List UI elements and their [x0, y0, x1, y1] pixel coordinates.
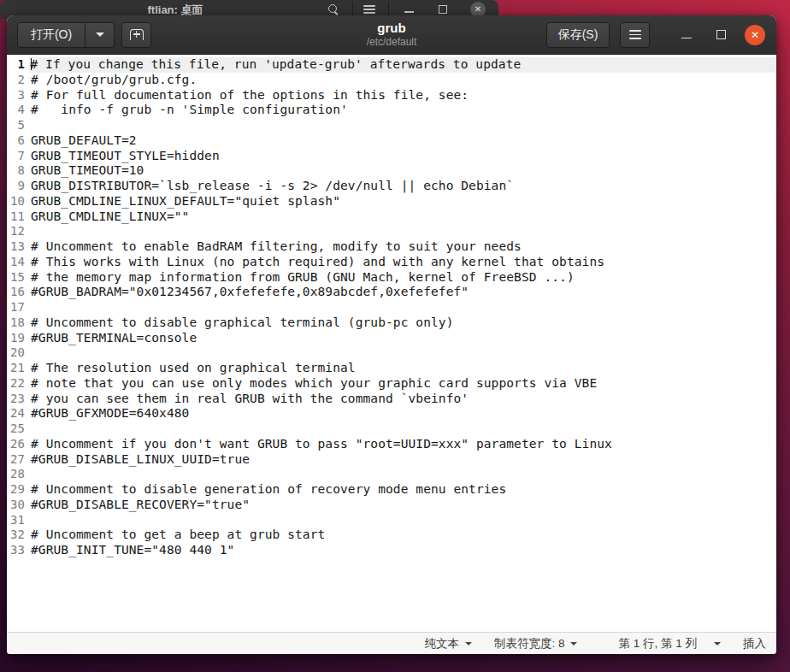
code-line[interactable]: 14 # This works with Linux (no patch req… [7, 255, 776, 270]
goto-line-dropdown[interactable] [714, 642, 721, 645]
line-number: 25 [7, 421, 29, 437]
code-line[interactable]: 11 GRUB_CMDLINE_LINUX="" [7, 209, 776, 225]
code-line[interactable]: 10 GRUB_CMDLINE_LINUX_DEFAULT="quiet spl… [7, 194, 776, 209]
statusbar: 纯文本 制表符宽度: 8 第 1 行, 第 1 列 插入 [7, 632, 776, 654]
line-text: GRUB_CMDLINE_LINUX_DEFAULT="quiet splash… [29, 194, 776, 209]
line-text: # you can see them in real GRUB with the… [29, 392, 776, 407]
code-line[interactable]: 29 # Uncomment to disable generation of … [7, 482, 776, 498]
code-line[interactable]: 17 [7, 300, 776, 315]
code-line[interactable]: 16 #GRUB_BADRAM="0x01234567,0xfefefefe,0… [7, 285, 776, 300]
code-line[interactable]: 32 # Uncomment to get a beep at grub sta… [7, 528, 776, 543]
code-line[interactable]: 20 [7, 345, 776, 361]
text-editor-area[interactable]: 1 # If you change this file, run 'update… [7, 55, 776, 632]
close-button[interactable]: ✕ [744, 24, 766, 46]
minimize-button[interactable] [675, 24, 698, 46]
line-number: 19 [7, 331, 29, 346]
code-line[interactable]: 22 # note that you can use only modes wh… [7, 376, 776, 392]
line-text: # Uncomment if you don't want GRUB to pa… [29, 437, 776, 452]
insert-mode-indicator[interactable]: 插入 [743, 636, 766, 651]
code-line[interactable]: 31 [7, 513, 776, 528]
cursor-position-indicator[interactable]: 第 1 行, 第 1 列 [618, 636, 697, 651]
code-line[interactable]: 26 # Uncomment if you don't want GRUB to… [7, 437, 776, 452]
minimize-icon [681, 38, 692, 39]
line-text: # note that you can use only modes which… [29, 376, 776, 392]
code-line[interactable]: 18 # Uncomment to disable graphical term… [7, 315, 776, 331]
line-number: 24 [7, 406, 29, 421]
line-text: GRUB_CMDLINE_LINUX="" [29, 209, 776, 225]
line-number: 29 [7, 482, 29, 498]
code-line[interactable]: 24 #GRUB_GFXMODE=640x480 [7, 406, 776, 421]
code-line[interactable]: 3 # For full documentation of the option… [7, 88, 776, 103]
code-line[interactable]: 9 GRUB_DISTRIBUTOR=`lsb_release -i -s 2>… [7, 179, 776, 194]
code-line[interactable]: 19 #GRUB_TERMINAL=console [7, 331, 776, 346]
code-line[interactable]: 23 # you can see them in real GRUB with … [7, 392, 776, 407]
line-number: 17 [7, 300, 29, 315]
code-line[interactable]: 1 # If you change this file, run 'update… [7, 57, 776, 73]
line-text: # Uncomment to get a beep at grub start [29, 528, 776, 543]
code-line[interactable]: 7 GRUB_TIMEOUT_STYLE=hidden [7, 149, 776, 164]
code-line[interactable]: 25 [7, 421, 776, 437]
code-line[interactable]: 2 # /boot/grub/grub.cfg. [7, 73, 776, 88]
line-number: 10 [7, 194, 29, 209]
gedit-window: 打开(O) grub /etc/default 保存(S) ✕ [7, 15, 776, 654]
line-text: # If you change this file, run 'update-g… [29, 57, 776, 73]
line-text: #GRUB_GFXMODE=640x480 [29, 406, 776, 421]
line-text: #GRUB_DISABLE_RECOVERY="true" [29, 498, 776, 513]
line-number: 15 [7, 270, 29, 286]
code-line[interactable]: 6 GRUB_DEFAULT=2 [7, 133, 776, 149]
line-number: 12 [7, 224, 29, 239]
line-number: 1 [7, 57, 29, 73]
code-line[interactable]: 13 # Uncomment to enable BadRAM filterin… [7, 239, 776, 255]
code-line[interactable]: 8 GRUB_TIMEOUT=10 [7, 163, 776, 179]
document-path: /etc/default [367, 37, 417, 48]
code-line[interactable]: 28 [7, 467, 776, 482]
line-text [29, 224, 776, 239]
line-number: 5 [7, 118, 29, 133]
line-text: # Uncomment to disable graphical termina… [29, 315, 776, 331]
code-line[interactable]: 33 #GRUB_INIT_TUNE="480 440 1" [7, 543, 776, 558]
line-number: 27 [7, 452, 29, 468]
line-text: # info -f grub -n 'Simple configuration' [29, 103, 776, 118]
save-button-label: 保存(S) [558, 27, 598, 43]
save-button[interactable]: 保存(S) [546, 22, 610, 48]
code-line[interactable]: 12 [7, 224, 776, 239]
doc-type-label: 纯文本 [424, 636, 459, 651]
line-number: 13 [7, 239, 29, 255]
open-button-label: 打开(O) [31, 27, 72, 43]
code-line[interactable]: 27 #GRUB_DISABLE_LINUX_UUID=true [7, 452, 776, 468]
maximize-icon [716, 30, 726, 39]
chevron-down-icon [96, 32, 104, 37]
doc-type-dropdown[interactable]: 纯文本 [424, 636, 472, 651]
line-number: 7 [7, 149, 29, 164]
document-title-block: grub /etc/default [367, 21, 417, 49]
open-button[interactable]: 打开(O) [17, 22, 85, 48]
line-number: 4 [7, 103, 29, 118]
code-line[interactable]: 4 # info -f grub -n 'Simple configuratio… [7, 103, 776, 118]
line-text [29, 118, 776, 133]
code-line[interactable]: 21 # The resolution used on graphical te… [7, 361, 776, 376]
document-title: grub [367, 21, 417, 36]
window-menu-button[interactable] [620, 22, 650, 48]
line-text [29, 513, 776, 528]
open-dropdown-button[interactable] [85, 22, 115, 48]
tab-width-dropdown[interactable]: 制表符宽度: 8 [494, 636, 578, 651]
new-document-button[interactable] [121, 22, 151, 48]
maximize-button[interactable] [710, 24, 732, 46]
tab-width-label: 制表符宽度: 8 [494, 636, 565, 651]
chevron-down-icon [465, 642, 472, 645]
code-line[interactable]: 30 #GRUB_DISABLE_RECOVERY="true" [7, 498, 776, 513]
line-text: # For full documentation of the options … [29, 88, 776, 103]
line-number: 11 [7, 209, 29, 225]
line-number: 31 [7, 513, 29, 528]
cursor-position-label: 第 1 行, 第 1 列 [618, 636, 697, 651]
line-number: 2 [7, 73, 29, 88]
line-text: # /boot/grub/grub.cfg. [29, 73, 776, 88]
line-text [29, 421, 776, 437]
line-number: 20 [7, 345, 29, 361]
line-text: GRUB_TIMEOUT=10 [29, 163, 776, 179]
line-text: #GRUB_TERMINAL=console [29, 331, 776, 346]
code-line[interactable]: 15 # the memory map information from GRU… [7, 270, 776, 286]
line-number: 23 [7, 392, 29, 407]
line-number: 22 [7, 376, 29, 392]
code-line[interactable]: 5 [7, 118, 776, 133]
